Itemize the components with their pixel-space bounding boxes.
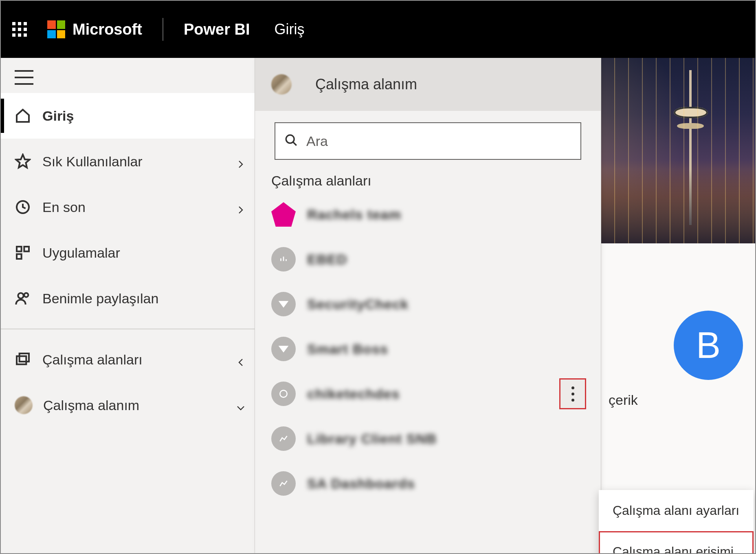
user-avatar-icon [271, 74, 292, 95]
search-box[interactable] [275, 122, 581, 160]
search-wrap [255, 111, 601, 164]
more-vertical-icon [571, 386, 574, 402]
workspace-name: Smart Boss [307, 341, 388, 357]
microsoft-logo-icon [47, 20, 65, 38]
workspace-item[interactable]: EBED [271, 237, 585, 282]
workspaces-icon [15, 351, 31, 368]
workspace-name: chiketechdes [307, 386, 400, 402]
workspace-badge-icon [271, 471, 296, 496]
workspace-item[interactable]: Smart Boss [271, 327, 585, 371]
nav-workspaces-label: Çalışma alanları [42, 352, 236, 368]
app-launcher-icon[interactable] [12, 22, 27, 37]
user-avatar-icon [15, 396, 33, 414]
nav-workspaces[interactable]: Çalışma alanları [1, 337, 255, 382]
menu-workspace-settings[interactable]: Çalışma alanı ayarları [599, 490, 754, 531]
main-area: B çerik Giriş Sık Kullanılanlar [1, 58, 755, 553]
nav-favorites[interactable]: Sık Kullanılanlar [1, 139, 255, 184]
search-icon [284, 133, 298, 149]
nav-divider [1, 329, 255, 329]
brand: Microsoft [47, 20, 142, 38]
workspace-name: Rachels team [307, 207, 401, 223]
svg-rect-6 [17, 356, 26, 364]
people-icon [15, 290, 31, 307]
svg-rect-1 [17, 247, 22, 252]
workspace-avatar: B [674, 311, 743, 380]
menu-workspace-access[interactable]: Çalışma alanı erişimi [599, 531, 754, 554]
flyout-header[interactable]: Çalışma alanım [255, 58, 601, 111]
nav-my-workspace-label: Çalışma alanım [43, 397, 236, 413]
workspace-name: Library Client SNB [307, 431, 437, 447]
left-nav: Giriş Sık Kullanılanlar En son Uyg [1, 58, 255, 553]
svg-point-9 [280, 390, 287, 397]
brand-text: Microsoft [73, 21, 142, 38]
nav-home[interactable]: Giriş [1, 93, 255, 139]
svg-rect-7 [20, 353, 29, 362]
nav-shared[interactable]: Benimle paylaşılan [1, 276, 255, 321]
workspace-badge-icon [271, 202, 296, 227]
clock-icon [15, 199, 31, 215]
nav-recent-label: En son [42, 199, 236, 215]
apps-icon [15, 245, 31, 261]
workspace-badge-icon [271, 337, 296, 361]
nav-favorites-label: Sık Kullanılanlar [42, 154, 236, 170]
workspace-item[interactable]: chiketechdes [271, 371, 585, 416]
workspace-item[interactable]: Library Client SNB [271, 416, 585, 461]
search-input[interactable] [306, 133, 571, 149]
workspace-badge-icon [271, 247, 296, 271]
nav-recent[interactable]: En son [1, 184, 255, 230]
workspace-badge-icon [271, 292, 296, 316]
nav-shared-label: Benimle paylaşılan [42, 291, 246, 307]
svg-point-5 [24, 293, 28, 297]
chevron-left-icon [236, 355, 246, 364]
chevron-right-icon [236, 157, 246, 166]
workspace-list: Rachels team EBED SecurityCheck Smart Bo… [255, 192, 601, 506]
nav-my-workspace[interactable]: Çalışma alanım [1, 382, 255, 428]
workspace-item[interactable]: SecurityCheck [271, 282, 585, 327]
product-name[interactable]: Power BI [184, 21, 250, 38]
svg-point-4 [18, 293, 23, 298]
workspace-name: EBED [307, 252, 347, 267]
more-options-button[interactable] [559, 378, 586, 409]
hero-illustration [666, 70, 714, 225]
svg-rect-2 [24, 247, 29, 252]
workspace-item[interactable]: Rachels team [271, 192, 585, 237]
workspaces-flyout: Çalışma alanım Çalışma alanları Rachels … [255, 58, 601, 553]
workspace-name: SecurityCheck [307, 296, 409, 312]
avatar-letter: B [696, 324, 721, 366]
workspace-tile[interactable]: B çerik [592, 311, 755, 408]
workspace-item[interactable]: SA Dashboards [271, 461, 585, 506]
workspaces-section-label: Çalışma alanları [255, 164, 601, 192]
svg-point-8 [286, 135, 294, 143]
nav-apps[interactable]: Uygulamalar [1, 230, 255, 276]
nav-home-label: Giriş [42, 108, 246, 124]
nav-apps-label: Uygulamalar [42, 245, 246, 261]
global-header: Microsoft Power BI Giriş [1, 1, 755, 58]
home-icon [15, 108, 31, 124]
hamburger-icon[interactable] [15, 70, 33, 85]
header-divider [163, 18, 163, 41]
workspace-context-menu: Çalışma alanı ayarları Çalışma alanı eri… [599, 490, 754, 554]
chevron-down-icon [236, 400, 246, 410]
page-title: Giriş [275, 21, 305, 38]
workspace-name: SA Dashboards [307, 476, 415, 492]
chevron-right-icon [236, 202, 246, 212]
workspace-badge-icon [271, 426, 296, 451]
tile-caption: çerik [609, 392, 755, 408]
workspace-badge-icon [271, 382, 296, 406]
star-icon [15, 153, 31, 170]
flyout-title: Çalışma alanım [315, 76, 417, 93]
svg-rect-3 [17, 254, 22, 259]
